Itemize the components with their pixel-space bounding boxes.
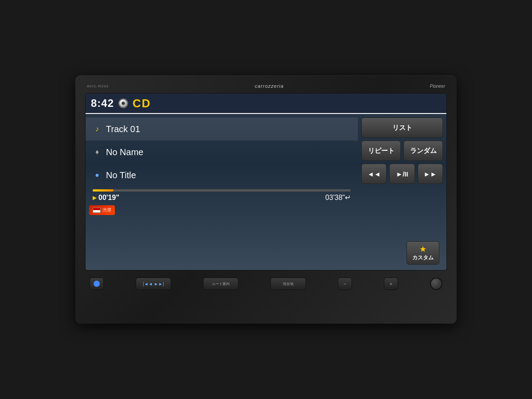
skip-back-icon: |◄◄ ►►| (143, 282, 164, 286)
vol-up-button[interactable]: ＋ (384, 278, 398, 290)
music-note-icon: ♪ (93, 125, 102, 133)
volume-knob[interactable] (430, 278, 442, 290)
track-row-3[interactable]: ● No Title (86, 164, 358, 187)
nav-icon (94, 281, 100, 287)
menu-button[interactable]: ルート案内 (203, 278, 239, 290)
current-time: ▶ 00'19" (93, 194, 119, 202)
left-panel: ♪ Track 01 ♦ No Name ● No Title (86, 114, 358, 270)
model-number: AVIC-RZ03 (87, 84, 109, 88)
list-btn-row: リスト (361, 117, 443, 138)
vol-down-button[interactable]: － (338, 278, 352, 290)
nav-button[interactable] (90, 278, 104, 290)
track-row-2[interactable]: ♦ No Name (86, 141, 358, 164)
vol-up-icon: ＋ (388, 280, 394, 288)
person-icon: ♦ (93, 148, 102, 156)
transport-row: ◄◄ ►/II ►► (361, 164, 443, 184)
audio-label: 現在地 (283, 282, 293, 286)
unit-header: AVIC-RZ03 carrozzeria Pioneer (85, 83, 447, 89)
cd-disc-icon (118, 98, 128, 108)
custom-button[interactable]: ★ カスタム (407, 241, 439, 265)
audio-button[interactable]: 現在地 (270, 278, 306, 290)
track-row-1[interactable]: ♪ Track 01 (86, 117, 358, 141)
play-pause-button[interactable]: ►/II (389, 164, 415, 184)
repeat-button[interactable]: リピート (361, 141, 401, 161)
progress-bar-background (93, 189, 351, 192)
disc-icon: ● (93, 171, 102, 179)
traffic-label: 渋滞 (102, 207, 111, 213)
vol-down-icon: － (342, 280, 348, 288)
brand-pioneer: Pioneer (430, 84, 445, 89)
progress-area: ▶ 00'19" 03'38"↵ (86, 187, 358, 203)
fast-forward-button[interactable]: ►► (418, 164, 443, 184)
header-bar: 8:42 CD (86, 94, 446, 114)
album-title: No Title (106, 170, 136, 180)
menu-label: ルート案内 (212, 282, 230, 286)
rewind-btn-label: ◄◄ (368, 170, 381, 178)
bottom-bar-left: 渋滞 (86, 203, 358, 217)
list-button[interactable]: リスト (361, 117, 443, 138)
physical-buttons-row: |◄◄ ►►| ルート案内 現在地 － ＋ (85, 275, 447, 293)
repeat-random-row: リピート ランダム (361, 141, 443, 161)
traffic-button[interactable]: 渋滞 (89, 205, 115, 215)
elapsed-time: 00'19" (98, 194, 119, 202)
time-display: 8:42 (91, 97, 114, 110)
mode-label: CD (133, 97, 151, 110)
play-indicator-icon: ▶ (93, 195, 97, 201)
custom-area: ★ カスタム (361, 239, 443, 266)
main-screen: 8:42 CD ♪ Track 01 ♦ No Name ● No Title (85, 93, 447, 270)
fast-forward-btn-label: ►► (423, 170, 437, 178)
random-button[interactable]: ランダム (403, 141, 443, 161)
play-pause-btn-label: ►/II (396, 170, 408, 178)
total-time: 03'38"↵ (325, 193, 351, 202)
progress-times: ▶ 00'19" 03'38"↵ (93, 193, 351, 202)
right-panel: リスト リピート ランダム ◄◄ (358, 114, 446, 270)
list-btn-label: リスト (392, 124, 412, 132)
star-icon: ★ (419, 244, 426, 254)
skip-back-button[interactable]: |◄◄ ►►| (136, 278, 171, 290)
random-btn-label: ランダム (410, 147, 437, 155)
repeat-btn-label: リピート (368, 147, 395, 155)
progress-bar-fill (93, 189, 113, 192)
artist-name: No Name (106, 147, 143, 157)
custom-btn-label: カスタム (412, 254, 434, 262)
rewind-button[interactable]: ◄◄ (361, 164, 387, 184)
main-content: ♪ Track 01 ♦ No Name ● No Title (86, 114, 446, 270)
brand-carrozzeria: carrozzeria (255, 83, 284, 89)
track-name: Track 01 (106, 124, 140, 134)
car-unit: AVIC-RZ03 carrozzeria Pioneer 8:42 CD ♪ … (75, 75, 457, 324)
traffic-flag-icon (93, 207, 101, 213)
